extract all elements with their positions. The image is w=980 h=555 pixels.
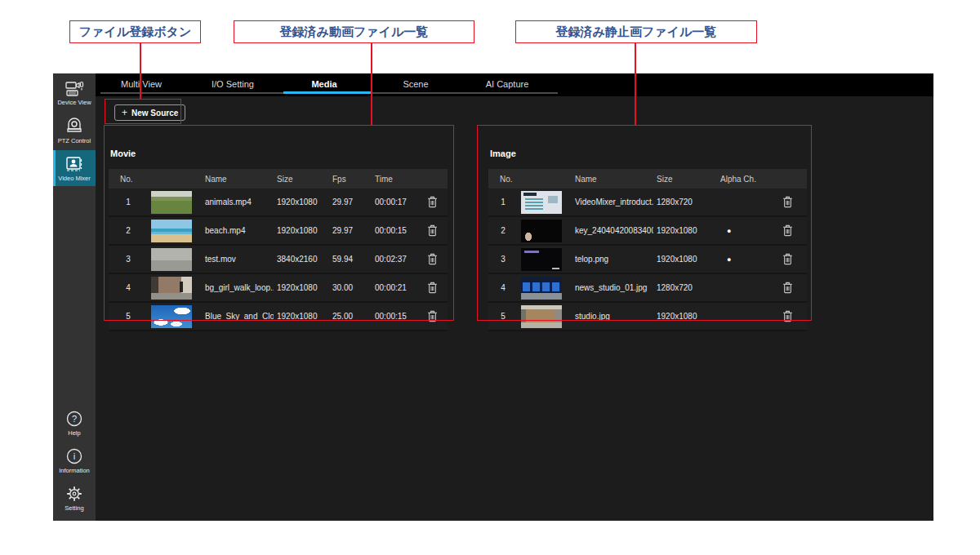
image-table-row[interactable]: 4 news_studio_01.jpg 1280x720	[488, 274, 807, 303]
image-thumbnail	[521, 305, 562, 328]
movie-table-row[interactable]: 5 Blue_Sky_and_Clou... 1920x1080 25.00 0…	[109, 303, 448, 331]
delete-button[interactable]	[768, 196, 807, 208]
image-table-row[interactable]: 3 telop.png 1920x1080 ●	[488, 246, 807, 274]
file-size: 1920x1080	[653, 312, 717, 321]
delete-button[interactable]	[416, 282, 448, 294]
image-table-row[interactable]: 5 studio.jpg 1920x1080	[488, 303, 807, 331]
movie-panel-title: Movie	[110, 149, 136, 158]
col-time: Time	[372, 175, 416, 184]
file-fps: 25.00	[329, 312, 372, 321]
file-name: telop.png	[572, 255, 653, 264]
sidebar-item-information[interactable]: i Information	[53, 442, 96, 478]
image-thumbnail	[521, 220, 562, 242]
sidebar-item-ptz-control[interactable]: PTZ Control	[53, 113, 96, 149]
col-size: Size	[653, 175, 717, 184]
row-number: 3	[488, 255, 518, 264]
delete-button[interactable]	[416, 253, 448, 265]
tab-ai-capture[interactable]: AI Capture	[461, 73, 553, 93]
video-thumbnail	[151, 277, 192, 300]
sidebar-item-label: Information	[59, 467, 90, 474]
row-number: 2	[109, 226, 148, 235]
file-size: 1920x1080	[653, 226, 717, 235]
file-duration: 00:00:15	[372, 312, 416, 321]
tab-multi-view[interactable]: Multi View	[96, 73, 187, 93]
movie-table-header: No. Name Size Fps Time	[109, 169, 448, 189]
movie-table-row[interactable]: 1 animals.mp4 1920x1080 29.97 00:00:17	[109, 189, 448, 217]
image-table-row[interactable]: 2 key_24040420083400.... 1920x1080 ●	[488, 217, 807, 246]
row-number: 4	[488, 283, 518, 292]
file-size: 1280x720	[653, 283, 717, 292]
image-thumbnail	[521, 191, 562, 214]
video-thumbnail	[151, 248, 192, 271]
delete-button[interactable]	[416, 196, 448, 208]
delete-button[interactable]	[416, 310, 448, 322]
sidebar-spacer	[53, 186, 96, 403]
image-table-row[interactable]: 1 VideoMixer_introduct... 1280x720	[488, 189, 807, 217]
trash-icon	[427, 282, 438, 294]
file-duration: 00:00:17	[372, 198, 416, 206]
new-source-button[interactable]: + New Source	[114, 104, 185, 121]
gear-icon	[65, 485, 83, 503]
image-table: No. Name Size Alpha Ch. 1 VideoMixer_int…	[488, 169, 807, 331]
file-fps: 59.94	[329, 255, 372, 264]
file-duration: 00:00:21	[372, 283, 416, 292]
file-fps: 29.97	[329, 198, 372, 206]
media-content: + New Source Movie Image No. Name Size F…	[96, 96, 933, 521]
col-fps: Fps	[329, 175, 372, 184]
video-mixer-icon	[64, 155, 85, 173]
page: Device View PTZ Control Video Mixer	[0, 0, 980, 555]
trash-icon	[782, 224, 793, 237]
annotation-text: 登録済み静止画ファイル一覧	[556, 24, 717, 40]
row-number: 2	[488, 226, 518, 235]
file-duration: 00:00:15	[372, 226, 416, 235]
sidebar-item-label: Video Mixer	[58, 175, 90, 182]
alpha-channel-indicator: ●	[717, 227, 768, 235]
sidebar-item-help[interactable]: ? Help	[53, 405, 96, 441]
file-fps: 30.00	[329, 283, 372, 292]
trash-icon	[782, 253, 793, 265]
svg-text:i: i	[74, 451, 75, 461]
tab-scene[interactable]: Scene	[370, 73, 461, 93]
movie-table-body: 1 animals.mp4 1920x1080 29.97 00:00:17 2…	[109, 189, 448, 331]
row-number: 3	[109, 255, 148, 264]
movie-table-row[interactable]: 4 bg_girl_walk_loop.... 1920x1080 30.00 …	[109, 274, 448, 303]
main-area: Multi View I/O Setting Media Scene AI Ca…	[96, 73, 933, 521]
delete-button[interactable]	[768, 282, 807, 294]
tab-media[interactable]: Media	[278, 73, 370, 93]
image-thumbnail	[521, 248, 562, 271]
sidebar-item-setting[interactable]: Setting	[53, 480, 96, 516]
annotation-label-image-list: 登録済み静止画ファイル一覧	[515, 20, 757, 43]
file-name: news_studio_01.jpg	[572, 283, 653, 292]
col-no: No.	[109, 175, 148, 184]
video-thumbnail	[151, 305, 192, 328]
file-size: 3840x2160	[274, 255, 329, 264]
delete-button[interactable]	[416, 224, 448, 237]
file-duration: 00:02:37	[372, 255, 416, 264]
delete-button[interactable]	[768, 310, 807, 322]
col-no: No.	[488, 175, 518, 184]
ptz-control-icon	[65, 118, 84, 135]
tab-io-setting[interactable]: I/O Setting	[187, 73, 278, 93]
sidebar-item-video-mixer[interactable]: Video Mixer	[53, 150, 96, 186]
file-fps: 29.97	[329, 226, 372, 235]
movie-table: No. Name Size Fps Time 1 animals.mp4 192…	[109, 169, 448, 331]
sidebar-item-device-view[interactable]: Device View	[53, 75, 96, 111]
trash-icon	[782, 310, 793, 322]
delete-button[interactable]	[768, 253, 807, 265]
image-table-header: No. Name Size Alpha Ch.	[488, 169, 807, 189]
active-tab-underline	[283, 91, 372, 94]
file-name: studio.jpg	[572, 312, 653, 321]
movie-table-row[interactable]: 3 test.mov 3840x2160 59.94 00:02:37	[109, 246, 448, 274]
col-alpha: Alpha Ch.	[717, 175, 768, 184]
new-source-label: New Source	[131, 109, 178, 118]
movie-table-row[interactable]: 2 beach.mp4 1920x1080 29.97 00:00:15	[109, 217, 448, 246]
file-size: 1920x1080	[274, 226, 329, 235]
trash-icon	[427, 224, 438, 237]
annotation-label-movie-list: 登録済み動画ファイル一覧	[234, 20, 474, 43]
image-panel-title: Image	[490, 149, 516, 158]
information-icon: i	[65, 447, 83, 465]
file-name: VideoMixer_introduct...	[572, 198, 653, 206]
delete-button[interactable]	[768, 224, 807, 237]
file-size: 1920x1080	[274, 198, 329, 206]
trash-icon	[782, 282, 793, 294]
